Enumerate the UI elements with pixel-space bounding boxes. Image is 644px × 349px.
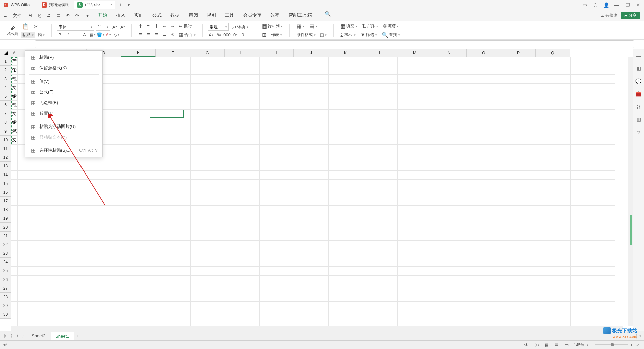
tab-tools[interactable]: 工具	[224, 11, 235, 20]
undo-icon[interactable]: ↶	[65, 13, 70, 18]
increase-font-icon[interactable]: A⁺	[112, 24, 118, 30]
tab-formula[interactable]: 公式	[152, 11, 162, 20]
align-bot-icon[interactable]: ⬇	[153, 23, 159, 29]
style-panel-icon[interactable]: ◧	[635, 65, 642, 72]
search-icon[interactable]: 🔍	[325, 11, 331, 17]
layout-panel-icon[interactable]: ▥	[635, 116, 642, 123]
merge-button[interactable]: ▦合并▾	[177, 31, 197, 39]
copy-button[interactable]: ⎘▾	[37, 31, 46, 39]
redo-icon[interactable]: ↷	[74, 13, 80, 18]
align-right-icon[interactable]: ☰	[153, 32, 159, 38]
row-header-11[interactable]: 11	[0, 144, 11, 153]
dec-dec-icon[interactable]: .0↓	[240, 32, 246, 38]
view-grid-icon[interactable]: ⊕▾	[533, 342, 539, 348]
row-header-16[interactable]: 16	[0, 188, 11, 197]
col-header-J[interactable]: J	[294, 49, 328, 57]
sheet-tab-sheet1[interactable]: Sheet1	[51, 332, 74, 340]
row-header-7[interactable]: 7	[0, 109, 11, 118]
indent-inc-icon[interactable]: ⇥	[169, 23, 175, 29]
align-left-icon[interactable]: ☰	[137, 32, 143, 38]
filter-button[interactable]: ▼筛选▾	[359, 31, 379, 39]
share-button[interactable]: ➦ 分享	[621, 12, 640, 19]
paste-menu-item[interactable]: ▦选择性粘贴(S)...Ctrl+Alt+V	[25, 145, 102, 156]
sort-button[interactable]: ⇅排序▾	[361, 22, 379, 30]
paste-menu-item[interactable]: ▦粘贴(P)	[25, 52, 102, 63]
row-header-15[interactable]: 15	[0, 179, 11, 188]
qat-more-icon[interactable]: ▾	[85, 13, 90, 18]
row-header-24[interactable]: 24	[0, 258, 11, 266]
cell-A5[interactable]: 铅	[11, 92, 17, 101]
number-format-select[interactable]: 常规▾	[208, 23, 229, 31]
sheet-prev-button[interactable]: ⟨	[9, 334, 14, 338]
clear-format-button[interactable]: ◇▾	[113, 32, 119, 38]
sheet-first-button[interactable]: |⟨	[3, 334, 8, 338]
bold-button[interactable]: B	[57, 32, 63, 38]
fill-color-button[interactable]: 🪣▾	[97, 32, 103, 38]
view-page-icon[interactable]: ▤	[553, 342, 559, 348]
tab-smart[interactable]: 智能工具箱	[288, 11, 313, 20]
view-reading-icon[interactable]: ▭	[564, 342, 570, 348]
italic-button[interactable]: I	[65, 32, 71, 38]
col-header-Q[interactable]: Q	[536, 49, 570, 57]
align-justify-icon[interactable]: ≣	[161, 32, 167, 38]
col-header-I[interactable]: I	[259, 49, 294, 57]
tab-data[interactable]: 数据	[170, 11, 180, 20]
select-all-corner[interactable]: ◢	[0, 49, 11, 57]
paste-menu-item[interactable]: ▦无边框(B)	[25, 97, 102, 108]
align-top-icon[interactable]: ⬆	[137, 23, 143, 29]
col-header-G[interactable]: G	[190, 49, 225, 57]
name-box[interactable]	[2, 40, 30, 48]
hamburger-icon[interactable]: ≡	[4, 13, 10, 18]
new-tab-button[interactable]: +	[117, 1, 125, 9]
paste-menu-item[interactable]: ▦粘贴为浮动图片(U)	[25, 121, 102, 132]
row-header-18[interactable]: 18	[0, 205, 11, 214]
formula-input[interactable]	[35, 40, 634, 48]
sheet-next-button[interactable]: ⟩	[15, 334, 20, 338]
row-header-3[interactable]: 3	[0, 74, 11, 83]
tab-member[interactable]: 会员专享	[242, 11, 262, 20]
row-header-12[interactable]: 12	[0, 153, 11, 162]
format-brush-button[interactable]: 🖌格式刷	[6, 24, 20, 37]
table-style-button[interactable]: ▤▾	[308, 22, 319, 30]
minimize-button[interactable]: —	[614, 2, 620, 8]
view-eye-icon[interactable]: 👁	[523, 342, 529, 348]
row-header-2[interactable]: 2	[0, 66, 11, 74]
cell-A4[interactable]: 文	[11, 83, 17, 92]
col-header-L[interactable]: L	[363, 49, 397, 57]
row-header-13[interactable]: 13	[0, 162, 11, 170]
chat-icon[interactable]: 💬	[635, 78, 642, 85]
tab-page[interactable]: 页面	[133, 11, 144, 20]
toolbox-icon[interactable]: 🧰	[635, 91, 642, 97]
row-header-30[interactable]: 30	[0, 310, 11, 319]
row-header-10[interactable]: 10	[0, 136, 11, 144]
tab-home[interactable]: 开始	[97, 11, 108, 20]
paste-dropdown-button[interactable]: 粘贴▾	[21, 32, 35, 38]
wrap-button[interactable]: ↵换行	[177, 22, 193, 30]
row-header-25[interactable]: 25	[0, 266, 11, 275]
paste-menu-item[interactable]: ▦值(V)	[25, 76, 102, 87]
row-header-26[interactable]: 26	[0, 275, 11, 284]
zoom-value[interactable]: 145%	[574, 343, 584, 347]
cell-A9[interactable]: 笔	[11, 127, 17, 136]
print-icon[interactable]: 🖶	[46, 13, 52, 18]
tab-view[interactable]: 视图	[206, 11, 217, 20]
row-header-29[interactable]: 29	[0, 301, 11, 310]
tab-review[interactable]: 审阅	[188, 11, 199, 20]
col-header-P[interactable]: P	[501, 49, 536, 57]
align-mid-icon[interactable]: ≡	[145, 23, 151, 29]
format-table-button[interactable]: □▾	[319, 31, 328, 39]
row-header-14[interactable]: 14	[0, 170, 11, 179]
row-header-22[interactable]: 22	[0, 240, 11, 249]
help-icon[interactable]: ?	[635, 129, 642, 136]
zoom-in-button[interactable]: +	[630, 343, 633, 347]
row-header-8[interactable]: 8	[0, 118, 11, 127]
freeze-button[interactable]: ❄冻结▾	[381, 22, 400, 30]
notify-badge[interactable]: ☁ 有修改	[600, 13, 618, 18]
underline-button[interactable]: U	[73, 32, 79, 38]
tab-menu-button[interactable]: ▾	[125, 1, 133, 9]
layout-icon[interactable]: ▭	[582, 2, 588, 8]
col-header-O[interactable]: O	[467, 49, 501, 57]
indent-dec-icon[interactable]: ⇤	[161, 23, 167, 29]
dec-inc-icon[interactable]: .0↑	[232, 32, 238, 38]
row-header-9[interactable]: 9	[0, 127, 11, 136]
